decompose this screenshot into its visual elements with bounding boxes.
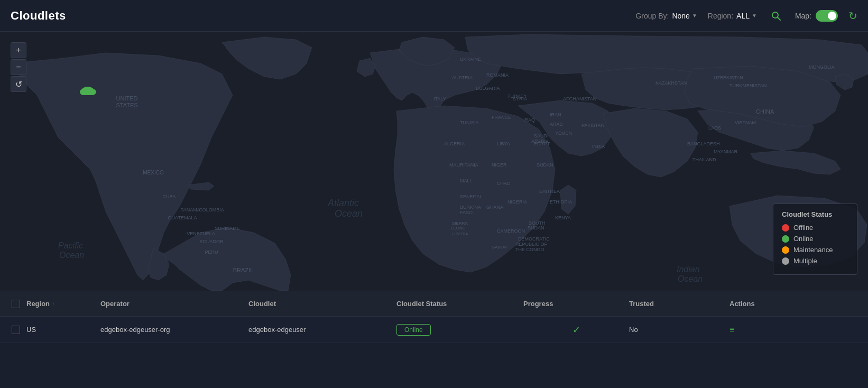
svg-text:GUATEMALA: GUATEMALA [168,215,197,220]
svg-text:KAZAKHSTAN: KAZAKHSTAN [655,80,687,86]
map-toggle-group: Map: [795,10,838,22]
map-legend: Cloudlet Status Offline Online Maintenan… [773,204,857,275]
map-area: Atlantic Ocean Pacific Ocean Indian Ocea… [0,32,868,291]
map-toggle[interactable] [816,10,838,22]
svg-text:CHAD: CHAD [497,181,511,186]
svg-text:CUBA: CUBA [162,194,176,199]
svg-text:MAURITANIA: MAURITANIA [449,162,478,168]
legend-item-maintenance: Maintenance [782,246,848,254]
svg-text:UKRAINE: UKRAINE [460,57,481,62]
maintenance-dot [782,246,789,254]
region-chevron-icon: ▼ [752,13,757,19]
svg-text:PERU: PERU [205,250,218,255]
group-by-control: Group By: None ▼ [635,12,697,20]
svg-text:BRAZIL: BRAZIL [233,267,254,273]
row-checkbox-cell [5,326,26,334]
svg-text:SIERRA: SIERRA [452,221,468,226]
svg-text:Ocean: Ocean [335,208,363,219]
col-header-operator: Operator [100,300,248,308]
col-header-actions: Actions [730,300,863,308]
legend-multiple-label: Multiple [793,257,817,265]
svg-text:Indian: Indian [677,265,700,274]
svg-text:ITALY: ITALY [433,96,446,101]
svg-text:THAILAND: THAILAND [692,157,716,162]
cell-cloudlet: edgebox-edgeuser [248,326,396,334]
svg-text:GHANA: GHANA [486,205,503,210]
legend-online-label: Online [793,235,814,243]
svg-text:ERITREA: ERITREA [539,189,560,194]
svg-text:LIBERIA: LIBERIA [452,232,468,236]
group-by-value[interactable]: None ▼ [672,12,697,20]
svg-text:SUDAN: SUDAN [528,225,544,230]
zoom-out-button[interactable]: − [11,59,26,75]
svg-text:Ocean: Ocean [678,274,703,283]
table-area: Region ↑ Operator Cloudlet Cloudlet Stat… [0,291,868,388]
svg-rect-78 [82,92,94,95]
svg-text:LIBYA: LIBYA [497,141,510,146]
multiple-dot [782,257,789,265]
search-button[interactable] [768,7,784,24]
svg-text:TUNISIA: TUNISIA [460,120,479,125]
svg-text:CAMEROON: CAMEROON [497,228,525,234]
svg-text:INDIA: INDIA [592,144,605,149]
group-by-label: Group By: [635,12,669,20]
online-dot [782,235,789,243]
map-controls: + − ↺ [11,42,26,92]
refresh-button[interactable]: ↻ [848,10,857,22]
svg-text:ARAB: ARAB [550,122,563,127]
svg-line-1 [778,17,780,20]
svg-text:COLOMBIA: COLOMBIA [199,207,224,213]
svg-text:BURKINA: BURKINA [460,205,481,210]
col-header-cloudlet: Cloudlet [248,300,396,308]
svg-text:AFGHANISTAN: AFGHANISTAN [563,96,596,101]
svg-text:AUSTRIA: AUSTRIA [452,75,473,80]
row-checkbox[interactable] [12,326,20,334]
svg-text:CHINA: CHINA [756,108,774,115]
svg-text:DEMOCRATIC: DEMOCRATIC [518,236,550,242]
legend-item-offline: Offline [782,224,848,232]
svg-text:Pacific: Pacific [58,241,83,250]
svg-text:SUDAN: SUDAN [537,162,553,168]
cell-trusted: No [629,326,730,334]
legend-item-online: Online [782,235,848,243]
header-controls: Group By: None ▼ Region: ALL ▼ Map: ↻ [635,7,857,24]
svg-text:VENEZUELA: VENEZUELA [187,231,215,236]
actions-button[interactable]: ≡ [730,325,734,335]
svg-text:LEONE: LEONE [451,226,465,230]
cell-operator: edgebox-edgeuser-org [100,326,248,334]
page-title: Cloudlets [11,9,66,23]
svg-text:LAOS: LAOS [708,125,721,131]
svg-text:VIETNAM: VIETNAM [735,120,756,125]
zoom-in-button[interactable]: + [11,42,26,58]
svg-text:TURKMENISTAN: TURKMENISTAN [730,83,767,88]
table-row: US edgebox-edgeuser-org edgebox-edgeuser… [0,317,868,343]
svg-text:MALI: MALI [460,178,471,183]
svg-text:ETHIOPIA: ETHIOPIA [550,199,572,205]
select-all-checkbox[interactable] [12,300,20,308]
svg-text:SYRIA: SYRIA [513,96,527,101]
svg-text:MONGOLIA: MONGOLIA [809,64,835,70]
svg-text:PANAMA: PANAMA [180,207,200,213]
legend-title: Cloudlet Status [782,210,848,218]
cell-status: Online [396,324,523,336]
header-checkbox-cell [5,300,26,308]
world-map[interactable]: Atlantic Ocean Pacific Ocean Indian Ocea… [0,32,868,291]
map-label: Map: [795,12,811,20]
group-by-chevron-icon: ▼ [692,13,697,19]
svg-text:SURINAME: SURINAME [215,226,240,231]
region-label: Region: [708,12,733,20]
offline-dot [782,224,789,232]
svg-text:UNITED: UNITED [116,95,138,101]
status-badge: Online [396,324,431,336]
region-control: Region: ALL ▼ [708,12,757,20]
col-header-region[interactable]: Region ↑ [26,300,100,308]
svg-text:IRAN: IRAN [550,112,561,117]
table-header: Region ↑ Operator Cloudlet Cloudlet Stat… [0,291,868,317]
reset-button[interactable]: ↺ [11,76,26,92]
svg-text:FRANCE: FRANCE [492,115,511,120]
svg-text:FASO: FASO [460,210,473,215]
region-value[interactable]: ALL ▼ [736,12,757,20]
svg-text:ARABIA: ARABIA [531,138,549,144]
svg-text:PAKISTAN: PAKISTAN [581,123,604,128]
header: Cloudlets Group By: None ▼ Region: ALL ▼… [0,0,868,32]
